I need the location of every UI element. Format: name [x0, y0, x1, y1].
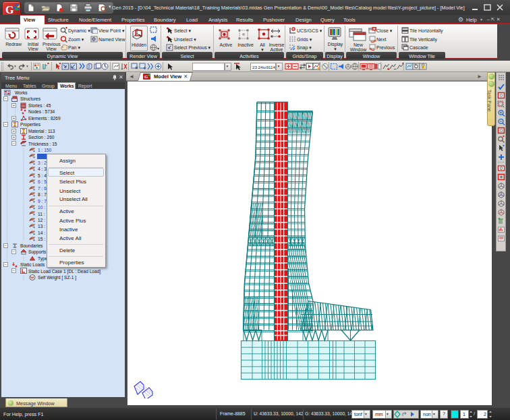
svg-text:G: G — [293, 28, 295, 31]
